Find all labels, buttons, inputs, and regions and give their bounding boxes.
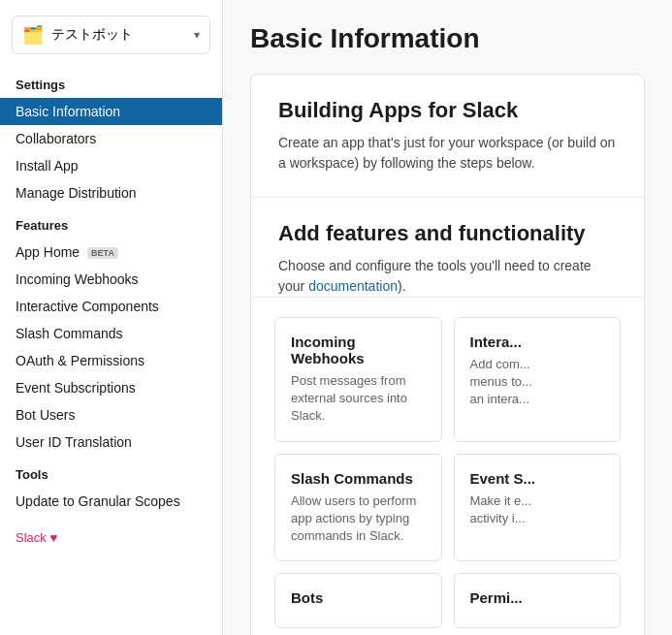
feature-tile-interactive-components[interactable]: Intera... Add com...menus to...an intera…	[454, 317, 622, 442]
tile-bots-title: Bots	[291, 589, 426, 606]
beta-badge: BETA	[87, 247, 118, 259]
app-emoji: 🗂️	[22, 24, 44, 46]
main-content: Basic Information Building Apps for Slac…	[223, 0, 672, 635]
sidebar-item-install-app[interactable]: Install App	[0, 152, 222, 179]
tile-interactive-title: Intera...	[470, 333, 605, 350]
features-grid: Incoming Webhooks Post messages from ext…	[251, 298, 644, 635]
feature-tile-permissions[interactable]: Permi...	[454, 573, 622, 628]
features-text-after: ).	[398, 278, 406, 294]
building-apps-text: Create an app that's just for your works…	[278, 133, 617, 174]
tile-event-desc: Make it e...activity i...	[470, 492, 605, 527]
sidebar-item-event-subscriptions[interactable]: Event Subscriptions	[0, 374, 222, 401]
settings-section-label: Settings	[0, 66, 222, 98]
features-title: Add features and functionality	[278, 221, 617, 246]
features-text: Choose and configure the tools you'll ne…	[278, 256, 617, 297]
features-section: Add features and functionality Choose an…	[251, 198, 644, 298]
sidebar-item-oauth-permissions[interactable]: OAuth & Permissions	[0, 347, 222, 374]
page-title: Basic Information	[250, 23, 645, 54]
sidebar-item-interactive-components[interactable]: Interactive Components	[0, 293, 222, 320]
tile-permissions-title: Permi...	[470, 589, 605, 606]
tile-slash-commands-title: Slash Commands	[291, 470, 426, 487]
tile-slash-commands-desc: Allow users to perform app actions by ty…	[291, 492, 426, 546]
sidebar-item-slash-commands[interactable]: Slash Commands	[0, 320, 222, 347]
documentation-link[interactable]: documentation	[308, 278, 398, 294]
sidebar-item-incoming-webhooks[interactable]: Incoming Webhooks	[0, 266, 222, 293]
feature-tile-bots[interactable]: Bots	[274, 573, 442, 628]
tile-incoming-webhooks-title: Incoming Webhooks	[291, 333, 426, 366]
sidebar-item-bot-users[interactable]: Bot Users	[0, 401, 222, 429]
sidebar-item-user-id-translation[interactable]: User ID Translation	[0, 429, 222, 456]
building-apps-title: Building Apps for Slack	[278, 98, 617, 123]
chevron-down-icon: ▾	[194, 28, 200, 42]
feature-tile-event-subscriptions[interactable]: Event S... Make it e...activity i...	[454, 454, 622, 562]
tile-interactive-desc: Add com...menus to...an intera...	[470, 356, 605, 409]
tile-event-title: Event S...	[470, 470, 605, 487]
slack-love: Slack ♥	[16, 530, 207, 545]
sidebar: 🗂️ テストボット ▾ Settings Basic Information C…	[0, 0, 223, 635]
building-apps-section: Building Apps for Slack Create an app th…	[251, 75, 644, 198]
tile-incoming-webhooks-desc: Post messages from external sources into…	[291, 372, 426, 426]
sidebar-item-manage-distribution[interactable]: Manage Distribution	[0, 179, 222, 206]
tools-section-label: Tools	[0, 456, 222, 488]
app-selector[interactable]: 🗂️ テストボット ▾	[12, 16, 210, 54]
feature-tile-slash-commands[interactable]: Slash Commands Allow users to perform ap…	[274, 454, 442, 562]
app-name: テストボット	[51, 26, 186, 44]
sidebar-item-update-granular-scopes[interactable]: Update to Granular Scopes	[0, 488, 222, 515]
sidebar-item-app-home[interactable]: App Home BETA	[0, 238, 222, 266]
feature-tile-incoming-webhooks[interactable]: Incoming Webhooks Post messages from ext…	[274, 317, 442, 442]
content-card: Building Apps for Slack Create an app th…	[250, 74, 645, 635]
sidebar-item-basic-information[interactable]: Basic Information	[0, 98, 222, 125]
features-section-label: Features	[0, 206, 222, 238]
sidebar-item-collaborators[interactable]: Collaborators	[0, 125, 222, 152]
